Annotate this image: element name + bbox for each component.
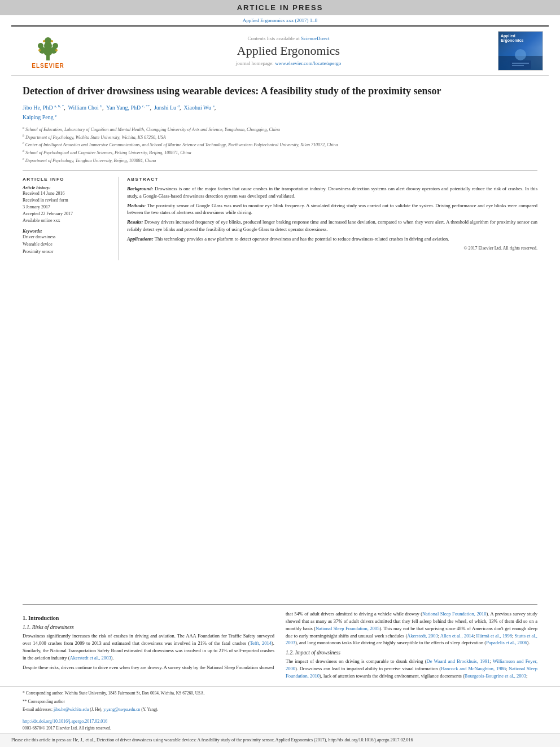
affiliation-c: c Center of Intelligent Acoustics and Im… (23, 141, 537, 148)
abstract-background: Background: Drowsiness is one of the maj… (127, 185, 537, 199)
article-history: Article history: Received 14 June 2016 R… (23, 185, 112, 224)
svg-point-3 (45, 37, 51, 44)
subsection-1-heading: 1.1. Risks of drowsiness (23, 624, 274, 630)
svg-point-8 (43, 40, 45, 42)
keyword-1: Driver drowsiness (23, 234, 112, 241)
body-content: 1. Introduction 1.1. Risks of drowsiness… (0, 610, 560, 682)
received-date: Received 14 June 2016 (23, 190, 112, 197)
ref-tefft[interactable]: Tefft, 2014 (250, 640, 272, 646)
author-4-sup: d (178, 104, 180, 108)
svg-point-6 (38, 43, 43, 49)
ref-akerstedt-2003[interactable]: Akerstedt et al., 2003 (70, 655, 111, 661)
affiliation-b: b Department of Psychology, Wichita Stat… (23, 133, 537, 141)
keywords-section: Keywords: Driver drowsiness Wearable dev… (23, 229, 112, 255)
author-4: Junshi Lu (154, 105, 176, 111)
author-1-sup: a, b, * (54, 104, 64, 108)
doi-link[interactable]: http://dx.doi.org/10.1016/j.apergo.2017.… (23, 719, 537, 724)
affiliation-d: d School of Psychological and Cognitive … (23, 148, 537, 156)
affiliation-a: a School of Education, Laboratory of Cog… (23, 125, 537, 133)
author-2: William Choi (68, 105, 99, 111)
author-3-sup: c, ** (142, 104, 150, 108)
article-title: Detection of driver drowsiness using wea… (23, 84, 537, 98)
abstract-methods-text: The proximity sensor of Google Glass was… (127, 203, 537, 215)
abstract-col: ABSTRACT Background: Drowsiness is one o… (127, 177, 537, 260)
keyword-2: Wearable device (23, 241, 112, 248)
svg-point-9 (51, 40, 53, 42)
footnote-2: ** Corresponding author (23, 698, 537, 705)
sciencedirect-label: Contents lists available at ScienceDirec… (79, 36, 498, 41)
email-link-2[interactable]: y.yang@nwpu.edu.cn (103, 707, 140, 712)
abstract-background-label: Background: (127, 186, 153, 191)
homepage-link[interactable]: www.elsevier.com/locate/apergo (275, 60, 341, 66)
authors-line: Jibo He, PhD a, b, *, William Choi b, Ya… (23, 103, 537, 122)
journal-cover-image: AppliedErgonomics (498, 31, 543, 71)
ref-nsf2010[interactable]: National Sleep Foundation, 2010 (422, 611, 487, 617)
abstract-applications: Applications: This technology provides a… (127, 235, 537, 242)
keywords-label: Keywords: (23, 229, 112, 234)
right-para-1: that 54% of adult drivers admitted to dr… (286, 610, 537, 646)
svg-point-7 (53, 43, 58, 49)
elsevier-tree-icon (28, 33, 68, 62)
author-2-sup: b (100, 104, 102, 108)
cover-illustration (498, 45, 542, 70)
abstract-applications-text: This technology provides a new platform … (155, 236, 449, 242)
journal-title: Applied Ergonomics (79, 43, 498, 58)
intro-para-1: Drowsiness significantly increases the r… (23, 632, 274, 661)
author-6: Kaiping Peng (23, 114, 54, 120)
ref-allen2014[interactable]: Allen et al., 2014 (440, 633, 474, 639)
copyright: © 2017 Elsevier Ltd. All rights reserved… (127, 245, 537, 252)
body-left-col: 1. Introduction 1.1. Risks of drowsiness… (23, 610, 274, 682)
bottom-citation-text: Please cite this article in press as: He… (11, 737, 549, 744)
svg-point-10 (38, 49, 41, 51)
bottom-citation-bar: Please cite this article in press as: He… (0, 733, 560, 747)
email-link-1[interactable]: jibo.he@wichita.edu (54, 707, 89, 712)
abstract-background-text: Drowsiness is one of the major factors t… (127, 186, 537, 198)
author-5: Xiaohui Wu (184, 105, 212, 111)
footnote-1: * Corresponding author. Wichita State Un… (23, 690, 537, 696)
article-info-abstract: ARTICLE INFO Article history: Received 1… (23, 171, 537, 260)
footnote-emails: E-mail addresses: jibo.he@wichita.edu (J… (23, 706, 537, 713)
footnote-area: * Corresponding author. Wichita State Un… (0, 687, 560, 717)
received-revised-label: Received in revised form (23, 197, 112, 204)
author-1: Jibo He, PhD (23, 105, 53, 111)
ref-akerstedt2003-2[interactable]: Åkerstedt, 2003 (407, 633, 438, 639)
affiliations: a School of Education, Laboratory of Cog… (23, 125, 537, 164)
abstract-text: Background: Drowsiness is one of the maj… (127, 185, 537, 252)
svg-rect-14 (510, 60, 531, 69)
svg-point-13 (515, 49, 526, 60)
abstract-methods-label: Methods: (127, 203, 146, 208)
article-in-press-banner: ARTICLE IN PRESS (0, 0, 560, 15)
author-5-sup: e (213, 104, 215, 108)
sciencedirect-link[interactable]: ScienceDirect (301, 36, 329, 41)
revised-date: 3 January 2017 (23, 204, 112, 211)
ref-bourgeois2003[interactable]: Bourgeois-Bougrine et al., 2003 (465, 673, 526, 679)
elsevier-logo: ELSEVIER (17, 33, 79, 69)
history-label: Article history: (23, 185, 112, 190)
main-content: Detection of driver drowsiness using wea… (0, 76, 560, 599)
article-info-col: ARTICLE INFO Article history: Received 1… (23, 177, 119, 260)
journal-center: Contents lists available at ScienceDirec… (79, 36, 498, 66)
elsevier-brand-text: ELSEVIER (32, 63, 64, 69)
journal-homepage: journal homepage: www.elsevier.com/locat… (79, 60, 498, 66)
abstract-results-text: Drowsy drivers increased frequency of ey… (127, 219, 537, 231)
ref-dewaard1991[interactable]: De Waard and Brookhuis, 1991 (427, 658, 490, 664)
journal-header: ELSEVIER Contents lists available at Sci… (11, 25, 549, 76)
right-para-2: The impact of drowsiness on driving is c… (286, 658, 537, 679)
affiliation-e: e Department of Psychology, Tsinghua Uni… (23, 156, 537, 164)
svg-point-11 (55, 49, 58, 51)
ref-hancock1986[interactable]: Hancock and McNaughton, 1986 (441, 666, 506, 671)
body-right-col: that 54% of adult drivers admitted to dr… (286, 610, 537, 682)
available-online: Available online xxx (23, 217, 112, 224)
accepted-date: Accepted 22 February 2017 (23, 211, 112, 217)
abstract-results-label: Results: (127, 219, 143, 225)
section-1-heading: 1. Introduction (23, 615, 274, 621)
author-3: Yan Yang, PhD (106, 105, 141, 111)
ref-harma1998[interactable]: Härmä et al., 1998 (476, 633, 512, 639)
ref-nsf2005[interactable]: National Sleep Foundation, 2005 (316, 626, 379, 631)
subsection-2-heading: 1.2. Impact of drowsiness (286, 650, 537, 656)
article-info-heading: ARTICLE INFO (23, 177, 112, 182)
author-6-sup: e (55, 113, 56, 118)
ref-papadelis2006[interactable]: Papadelis et al., 2006 (486, 640, 527, 645)
abstract-methods: Methods: The proximity sensor of Google … (127, 202, 537, 216)
section-divider (23, 604, 537, 605)
